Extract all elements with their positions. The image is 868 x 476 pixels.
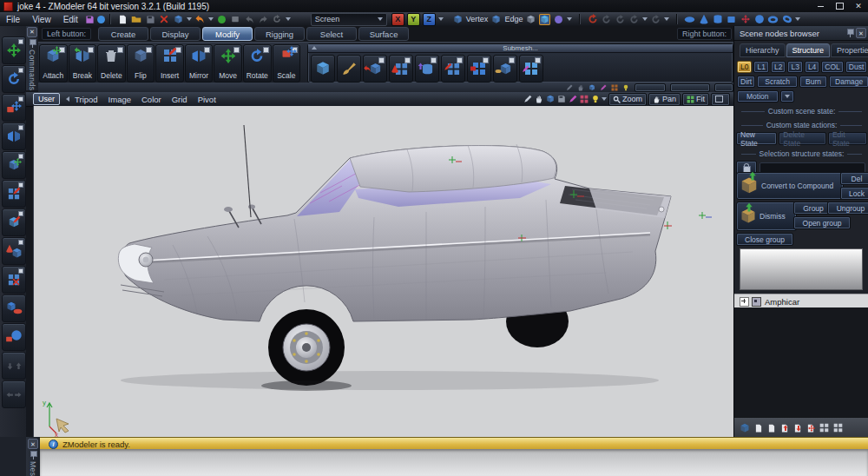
new-state-button[interactable]: New State	[736, 132, 777, 145]
mode-dropdown-arrow[interactable]	[567, 17, 572, 21]
messages-pin-icon[interactable]	[30, 451, 36, 459]
vp-menu-color[interactable]: Color	[136, 95, 167, 104]
axis-y-button[interactable]: Y	[407, 13, 420, 26]
new-file-icon[interactable]	[117, 14, 128, 25]
axis-x-button[interactable]: X	[391, 13, 404, 26]
maximize-button[interactable]	[830, 1, 849, 11]
expand-corner-icon[interactable]	[535, 57, 541, 63]
lod-damage-button[interactable]: Damage	[829, 76, 868, 88]
messages-close-button[interactable]: ✕	[28, 439, 38, 449]
tab-modify[interactable]: Modify	[202, 27, 253, 41]
fit-button[interactable]: Fit	[682, 93, 709, 106]
side-tool-rotate[interactable]	[2, 65, 26, 93]
lod-dust-button[interactable]: Dust	[845, 61, 867, 73]
polygon-mode-icon[interactable]	[525, 14, 536, 25]
scene-browser-pin-icon[interactable]	[846, 29, 853, 37]
rotate-dropdown-arrow2[interactable]	[664, 17, 669, 21]
viewport-3d[interactable]: y x	[33, 106, 734, 437]
submesh-tool-split[interactable]	[389, 55, 413, 83]
primitive-cone-icon[interactable]	[698, 14, 709, 25]
object-mode-icon-selected[interactable]	[539, 14, 550, 25]
rotate-gray1-icon[interactable]	[601, 14, 612, 25]
tab-properties[interactable]: Properties	[831, 43, 868, 57]
del-button[interactable]: Del	[840, 172, 868, 185]
lod-l4-button[interactable]: L4	[805, 61, 819, 73]
lod-l1-button[interactable]: L1	[753, 61, 768, 73]
tab-create[interactable]: Create	[98, 27, 148, 41]
submesh-tool-brush[interactable]	[337, 55, 361, 83]
lod-scratch-button[interactable]: Scratch	[757, 76, 798, 88]
primitive-box-icon[interactable]	[726, 14, 737, 25]
rotate-gray3-icon[interactable]	[628, 14, 640, 25]
list-down-icon[interactable]	[793, 423, 802, 433]
submesh-tool-shape[interactable]	[311, 55, 335, 83]
refresh-dropdown-arrow[interactable]	[286, 17, 291, 21]
help-icon[interactable]	[95, 14, 107, 25]
tab-display[interactable]: Display	[150, 27, 201, 41]
tool-scale[interactable]: Scale	[273, 44, 301, 83]
primitive-sphere-icon[interactable]	[753, 14, 765, 25]
rotate-gray2-icon[interactable]	[615, 14, 626, 25]
vp-icon-dim4[interactable]	[599, 83, 608, 91]
lod-l3-button[interactable]: L3	[787, 61, 802, 73]
messages-log-area[interactable]	[40, 449, 868, 476]
submesh-tool-region[interactable]	[467, 55, 491, 83]
expand-corner-icon[interactable]	[378, 57, 385, 63]
submesh-tool-weld[interactable]	[519, 55, 543, 83]
primitive-point-icon[interactable]	[740, 14, 751, 25]
tool-move[interactable]: Move	[214, 44, 242, 83]
submesh-header[interactable]: Submesh...	[308, 44, 733, 53]
dismiss-button[interactable]: Dismiss	[736, 202, 797, 231]
vp-eraser-icon[interactable]	[556, 94, 568, 105]
ungroup-button[interactable]: Ungroup	[827, 202, 868, 215]
tool-delete[interactable]: Delete	[97, 44, 126, 83]
lock-button[interactable]: Lock	[840, 187, 868, 200]
commands-pin-icon[interactable]	[29, 39, 36, 48]
scene-browser-close-button[interactable]: ✕	[856, 28, 866, 38]
lod-l2-button[interactable]: L2	[771, 61, 786, 73]
vp-menu-image[interactable]: Image	[103, 95, 136, 104]
edit-state-button[interactable]: Edit State	[828, 132, 867, 145]
side-tool-attach[interactable]	[2, 151, 26, 179]
undo-dropdown-arrow[interactable]	[208, 17, 214, 21]
menu-edit[interactable]: Edit	[57, 12, 84, 26]
side-tool-mirror[interactable]	[2, 122, 26, 150]
vp-pen-icon[interactable]	[568, 94, 579, 105]
vp-menu-grid[interactable]: Grid	[167, 95, 193, 104]
expand-corner-icon[interactable]	[483, 57, 489, 63]
list-up-icon[interactable]	[780, 423, 789, 433]
edge-mode-label[interactable]: Edge	[504, 15, 523, 23]
primitive-knot-icon[interactable]	[781, 14, 792, 25]
expand-corner-icon[interactable]	[457, 57, 463, 63]
package-icon[interactable]	[230, 14, 241, 25]
submesh-tool-extract[interactable]	[363, 55, 387, 83]
expand-icon[interactable]	[740, 297, 749, 307]
side-tool-edit[interactable]	[2, 208, 26, 236]
list-sort-icon[interactable]	[806, 423, 815, 433]
open-group-button[interactable]: Open group	[793, 216, 851, 229]
undo-icon[interactable]	[194, 14, 206, 25]
screen-select[interactable]: Screen	[311, 13, 387, 26]
open-file-icon[interactable]	[131, 14, 142, 25]
vp-menu-pivot[interactable]: Pivot	[193, 95, 221, 104]
tool-attach[interactable]: Attach	[39, 44, 68, 83]
commands-close-button[interactable]: ✕	[27, 27, 37, 37]
tool-rotate[interactable]: Rotate	[243, 44, 272, 83]
vp-light-icon[interactable]	[590, 94, 602, 105]
pan-button[interactable]: Pan	[648, 93, 681, 106]
preferences-icon[interactable]	[84, 14, 95, 25]
axis-z-button[interactable]: Z	[423, 13, 436, 26]
lod-l0-button[interactable]: L0	[737, 61, 752, 73]
tool-flip[interactable]: Flip	[127, 44, 155, 83]
save-file-icon[interactable]	[145, 14, 156, 25]
tab-select[interactable]: Select	[306, 27, 357, 41]
vp-dropdown-arrow[interactable]	[602, 97, 607, 101]
list-icon-2[interactable]	[767, 423, 776, 433]
primitive-cylinder-icon[interactable]	[712, 14, 723, 25]
convert-to-compound-button[interactable]: Convert to Compound	[736, 172, 844, 200]
vertex-mode-label[interactable]: Vertex	[466, 15, 489, 23]
primitive-torus-icon[interactable]	[767, 14, 779, 25]
submesh-tool-knife[interactable]	[441, 55, 465, 83]
vp-icon-dim3[interactable]	[588, 83, 596, 91]
close-button[interactable]: ✕	[849, 1, 868, 11]
